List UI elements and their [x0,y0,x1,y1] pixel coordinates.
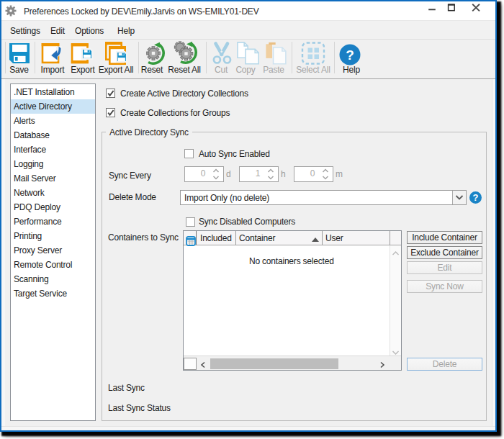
svg-text:?: ? [346,47,354,63]
